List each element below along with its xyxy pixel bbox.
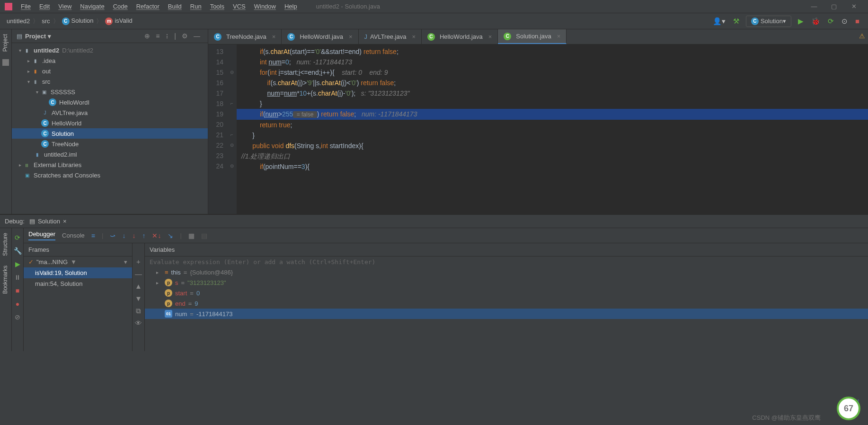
tree-solution[interactable]: CSolution <box>12 128 208 139</box>
show-watches-icon[interactable]: 👁 <box>133 319 144 331</box>
close-icon[interactable]: × <box>488 33 492 40</box>
coverage-button[interactable]: ⟳ <box>824 17 838 26</box>
hide-panel-icon[interactable]: — <box>191 32 203 40</box>
var-num[interactable]: 01 num = -1171844173 <box>145 309 868 319</box>
menu-tools[interactable]: Tools <box>206 3 228 10</box>
tab-solution[interactable]: CSolution.java× <box>498 29 567 44</box>
minimize-button[interactable]: — <box>805 3 824 10</box>
tree-idea[interactable]: ▸▮.idea <box>12 55 208 66</box>
tree-src[interactable]: ▾▮src <box>12 76 208 87</box>
collapse-all-icon[interactable]: ⫶ <box>162 32 171 40</box>
pause-icon[interactable]: ⏸ <box>12 271 23 284</box>
expand-all-icon[interactable]: ≡ <box>153 32 162 40</box>
variables-list[interactable]: Variables Evaluate expression (Enter) or… <box>145 243 868 351</box>
step-into-icon[interactable]: ↓ <box>122 232 125 239</box>
project-panel-title[interactable]: Project ▾ <box>25 33 142 40</box>
var-end[interactable]: p end = 9 <box>145 298 868 309</box>
close-button[interactable]: ✕ <box>844 3 863 10</box>
project-tree[interactable]: ▾▮untitled2D:\untitled2 ▸▮.idea ▸▮out ▾▮… <box>12 43 208 214</box>
tree-root[interactable]: ▾▮untitled2D:\untitled2 <box>12 45 208 55</box>
step-over-icon[interactable]: ⤻ <box>110 232 115 239</box>
crumb-method[interactable]: misValid <box>103 17 134 25</box>
crumb-class[interactable]: CSolution <box>60 17 96 25</box>
stack-frame-1[interactable]: main:54, Solution <box>24 278 132 289</box>
tree-extlib[interactable]: ▸⫼External Libraries <box>12 159 208 170</box>
run-to-cursor-icon[interactable]: ↘ <box>168 232 173 239</box>
tab-helloworld[interactable]: CHelloWorld.java× <box>422 29 498 44</box>
console-tab[interactable]: Console <box>62 232 85 239</box>
run-button[interactable]: ▶ <box>794 17 807 26</box>
run-config-selector[interactable]: CSolution ▾ <box>746 16 791 27</box>
tree-helloworld[interactable]: CHelloWorld <box>12 118 208 128</box>
mute-bp-icon[interactable]: ⊘ <box>12 310 23 324</box>
menu-file[interactable]: File <box>17 3 35 10</box>
menu-navigate[interactable]: Navigate <box>76 3 108 10</box>
fold-gutter[interactable]: ⊖⌐⌐⊖⊖ <box>227 44 237 214</box>
bookmarks-tool-tab[interactable]: Bookmarks <box>0 261 10 299</box>
stop-debug-icon[interactable]: ■ <box>12 284 23 297</box>
select-opened-icon[interactable]: ⊕ <box>142 32 153 40</box>
close-icon[interactable]: × <box>557 33 561 40</box>
code-content[interactable]: if(s.charAt(start)=='0'&&start!=end) ret… <box>237 44 868 214</box>
tab-hellowordi[interactable]: CHelloWordI.java× <box>282 29 358 44</box>
project-tool-icon[interactable] <box>2 59 9 66</box>
close-icon[interactable]: × <box>272 33 276 40</box>
drop-frame-icon[interactable]: ✕↓ <box>152 232 161 239</box>
up-icon[interactable]: ▲ <box>133 282 144 294</box>
debug-session-tab[interactable]: ▤ Solution × <box>29 218 67 225</box>
step-out-icon[interactable]: ↑ <box>142 232 145 239</box>
menu-refactor[interactable]: Refactor <box>133 3 163 10</box>
menu-run[interactable]: Run <box>186 3 205 10</box>
crumb-src[interactable]: src <box>40 18 52 25</box>
remove-watch-icon[interactable]: — <box>133 270 144 282</box>
menu-view[interactable]: View <box>54 3 75 10</box>
menu-vcs[interactable]: VCS <box>229 3 249 10</box>
trace-icon[interactable]: ▤ <box>201 232 207 239</box>
maximize-button[interactable]: ▢ <box>824 3 843 10</box>
var-s[interactable]: ▸p s = "3123123123" <box>145 277 868 288</box>
stack-frame-0[interactable]: isValid:19, Solution <box>24 267 132 278</box>
close-icon[interactable]: × <box>412 33 416 40</box>
new-watch-icon[interactable]: + <box>133 257 144 270</box>
var-this[interactable]: ▸≡ this = {Solution@486} <box>145 267 868 277</box>
profile-button[interactable]: ⊙ <box>838 17 851 26</box>
tab-treenode[interactable]: CTreeNode.java× <box>208 29 282 44</box>
menu-window[interactable]: Window <box>250 3 280 10</box>
tree-helloWordI[interactable]: CHelloWordI <box>12 97 208 107</box>
tab-avltree[interactable]: JAVLTree.java× <box>359 29 422 44</box>
thread-selector[interactable]: ✓"ma...NING ▼ ▾ <box>24 257 132 267</box>
close-icon[interactable]: × <box>349 33 353 40</box>
var-start[interactable]: p start = 0 <box>145 288 868 298</box>
tree-iml[interactable]: ▮untitled2.iml <box>12 149 208 159</box>
hammer-icon[interactable]: ⚒ <box>729 17 743 26</box>
user-icon[interactable]: 👤▾ <box>709 17 729 26</box>
copy-icon[interactable]: ⧉ <box>133 307 144 319</box>
menu-code[interactable]: Code <box>109 3 132 10</box>
structure-tool-tab[interactable]: Structure <box>0 228 10 261</box>
down-icon[interactable]: ▼ <box>133 294 144 307</box>
debug-button[interactable]: 🐞 <box>807 17 824 26</box>
crumb-project[interactable]: untitled2 <box>5 18 32 25</box>
resume-icon[interactable]: ▶ <box>12 257 23 271</box>
stop-button[interactable]: ■ <box>851 17 863 25</box>
modify-run-icon[interactable]: 🔧 <box>12 244 23 257</box>
warning-icon[interactable]: ⚠ <box>859 32 865 40</box>
tree-scratches[interactable]: ▣Scratches and Consoles <box>12 170 208 180</box>
menu-build[interactable]: Build <box>164 3 186 10</box>
code-area[interactable]: 131415161718192021222324 ⊖⌐⌐⊖⊖ if(s.char… <box>208 44 868 214</box>
menu-help[interactable]: Help <box>281 3 301 10</box>
tree-pkg[interactable]: ▾▣SSSSSS <box>12 87 208 97</box>
debugger-tab[interactable]: Debugger <box>28 230 55 240</box>
evaluate-input[interactable]: Evaluate expression (Enter) or add a wat… <box>145 257 868 267</box>
tree-treenode[interactable]: CTreeNode <box>12 139 208 149</box>
menu-edit[interactable]: Edit <box>35 3 53 10</box>
force-step-into-icon[interactable]: ↓ <box>132 232 135 239</box>
score-badge[interactable]: 67↑ <box>837 397 860 420</box>
show-exec-icon[interactable]: ≡ <box>91 232 95 239</box>
evaluate-icon[interactable]: ▦ <box>188 232 195 239</box>
breakpoints-icon[interactable]: ● <box>12 297 23 310</box>
tree-out[interactable]: ▸▮out <box>12 66 208 76</box>
project-tool-tab[interactable]: Project <box>0 29 10 56</box>
tree-avltree[interactable]: JAVLTree.java <box>12 107 208 118</box>
rerun-icon[interactable]: ⟳ <box>12 231 23 244</box>
